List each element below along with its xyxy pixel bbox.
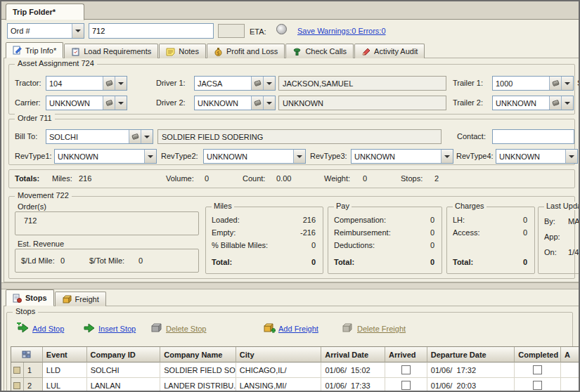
tab-notes[interactable]: Notes	[159, 44, 206, 58]
contact-label: Contact:	[457, 132, 486, 141]
cell-company-id[interactable]: LANLAN	[87, 378, 161, 392]
tab-check-calls[interactable]: Check Calls	[285, 44, 354, 58]
lookup-icon[interactable]	[251, 96, 263, 110]
tab-profit-and-loss[interactable]: $ Profit and Loss	[207, 44, 285, 58]
col-header-company-name[interactable]: Company Name	[160, 347, 236, 362]
cell-event[interactable]: LUL	[43, 378, 87, 392]
dropdown-arrow-icon[interactable]	[441, 150, 453, 163]
trailer1-combo[interactable]: 1000	[492, 76, 574, 91]
driver1-combo[interactable]: JACSA	[194, 76, 276, 91]
dropdown-arrow-icon[interactable]	[561, 96, 573, 110]
tab-stops[interactable]: Stops	[6, 289, 54, 306]
cell-event[interactable]: LLD	[43, 362, 87, 378]
pen-on-paper-icon	[13, 46, 22, 55]
lookup-icon[interactable]	[103, 96, 115, 110]
tractor-label: Tractor:	[15, 79, 41, 87]
dropdown-arrow-icon[interactable]	[561, 77, 573, 90]
cell-clipped[interactable]	[561, 362, 580, 378]
cell-arrival-date[interactable]: 01/06/ 17:33	[321, 378, 385, 392]
clipped-label: S	[577, 79, 580, 87]
sticky-note-icon	[166, 47, 175, 56]
cell-company-id[interactable]: SOLCHI	[87, 362, 161, 378]
arrived-checkbox[interactable]	[401, 365, 411, 374]
cell-arrived	[385, 378, 427, 392]
totals-label: Totals:	[15, 174, 39, 183]
billto-combo[interactable]: SOLCHI	[46, 129, 153, 144]
add-freight-link[interactable]: Add Freight	[278, 325, 318, 333]
tab-freight[interactable]: Freight	[55, 292, 106, 306]
order-number-combo-value: Ord #	[8, 24, 72, 38]
revtype2-label: RevType2:	[161, 152, 198, 160]
col-header-clipped[interactable]: A	[561, 347, 580, 362]
miles-panel: Miles Loaded:216 Empty:-216 % Billable M…	[205, 207, 323, 274]
arrived-checkbox[interactable]	[401, 381, 411, 390]
revtype4-combo[interactable]: UNKNOWN	[496, 149, 578, 164]
ld-mile-label: $/Ld Mile:	[21, 256, 55, 265]
revtype2-combo[interactable]: UNKNOWN	[203, 149, 306, 164]
tab-label: Load Requirements	[84, 47, 151, 55]
dropdown-arrow-icon[interactable]	[565, 150, 577, 163]
row-indicator[interactable]	[11, 362, 24, 378]
cell-arrival-date[interactable]: 01/06/ 15:02	[321, 362, 385, 378]
order-number-combo[interactable]: Ord #	[7, 23, 84, 39]
doc-tab-trip-folder[interactable]: Trip Folder*	[6, 4, 84, 20]
cell-city[interactable]: LANSING,MI/	[236, 378, 322, 392]
save-warnings-link[interactable]: Save Warnings:0 Errors:0	[297, 27, 386, 35]
row-indicator[interactable]	[11, 378, 24, 392]
cell-company-name[interactable]: LANDER DISTRIBU...	[160, 378, 236, 392]
carrier-combo[interactable]: UNKNOWN	[46, 96, 127, 110]
order-number-input[interactable]	[89, 23, 214, 39]
col-header-completed[interactable]: Completed	[515, 347, 561, 362]
row-number[interactable]: 1	[24, 362, 43, 378]
dropdown-arrow-icon[interactable]	[141, 130, 153, 143]
dropdown-arrow-icon[interactable]	[263, 96, 275, 110]
dropdown-arrow-icon[interactable]	[72, 24, 84, 38]
lookup-icon[interactable]	[103, 77, 115, 90]
col-header-company-id[interactable]: Company ID	[87, 347, 161, 362]
lookup-icon[interactable]	[129, 130, 141, 143]
splitter-handle[interactable]	[1, 282, 579, 289]
cell-clipped[interactable]	[561, 378, 580, 392]
tab-trip-info[interactable]: Trip Info*	[6, 42, 63, 58]
tab-activity-audit[interactable]: Activity Audit	[354, 44, 425, 58]
insert-stop-link[interactable]: Insert Stop	[98, 325, 136, 333]
dropdown-arrow-icon[interactable]	[293, 150, 305, 163]
delete-stop-link[interactable]: Delete Stop	[166, 325, 206, 333]
tab-load-requirements[interactable]: Load Requirements	[64, 44, 158, 58]
completed-checkbox[interactable]	[533, 381, 542, 390]
completed-checkbox[interactable]	[533, 365, 542, 374]
driver2-value: UNKNOWN	[195, 96, 251, 110]
stop-row[interactable]: 2 LUL LANLAN LANDER DISTRIBU... LANSING,…	[11, 378, 580, 392]
cell-company-name[interactable]: SOLDIER FIELD SO...	[160, 362, 236, 378]
col-header-city[interactable]: City	[236, 347, 322, 362]
col-header-departure-date[interactable]: Departure Date	[427, 347, 515, 362]
cell-departure-date[interactable]: 01/06/ 17:32	[427, 362, 515, 378]
row-number[interactable]: 2	[24, 378, 43, 392]
trailer2-combo[interactable]: UNKNOWN	[492, 96, 574, 110]
stop-row[interactable]: 1 LLD SOLCHI SOLDIER FIELD SO... CHICAGO…	[11, 362, 580, 378]
col-header-event[interactable]: Event	[43, 347, 87, 362]
lookup-icon[interactable]	[251, 77, 263, 90]
cell-departure-date[interactable]: 01/06/ 20:03	[427, 378, 515, 392]
dropdown-arrow-icon[interactable]	[115, 77, 127, 90]
dropdown-arrow-icon[interactable]	[115, 96, 127, 110]
tractor-combo[interactable]: 104	[46, 76, 127, 91]
bottom-tab-strip: Stops Freight	[6, 289, 107, 306]
dropdown-arrow-icon[interactable]	[263, 77, 275, 90]
driver2-combo[interactable]: UNKNOWN	[194, 96, 276, 110]
col-header-arrival-date[interactable]: Arrival Date	[321, 347, 385, 362]
delete-freight-link[interactable]: Delete Freight	[357, 325, 406, 333]
revtype3-combo[interactable]: UNKNOWN	[351, 149, 453, 164]
cell-city[interactable]: CHICAGO,IL/	[236, 362, 322, 378]
col-header-arrived[interactable]: Arrived	[385, 347, 427, 362]
row-selector-header[interactable]	[11, 347, 43, 362]
lookup-icon[interactable]	[549, 96, 561, 110]
revtype1-combo[interactable]: UNKNOWN	[54, 149, 157, 164]
money-bag-icon: $	[214, 47, 223, 56]
add-stop-link[interactable]: Add Stop	[32, 325, 64, 333]
driver1-value: JACSA	[195, 77, 251, 90]
lookup-icon[interactable]	[549, 77, 561, 90]
contact-input[interactable]	[492, 129, 574, 144]
carrier-value: UNKNOWN	[46, 96, 103, 110]
dropdown-arrow-icon[interactable]	[144, 150, 156, 163]
